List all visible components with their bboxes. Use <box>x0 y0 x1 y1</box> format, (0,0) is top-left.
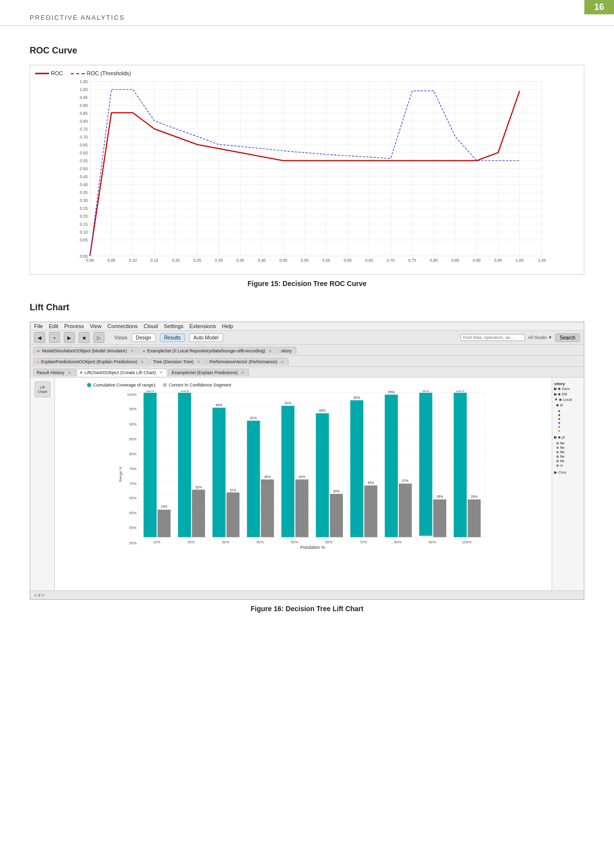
svg-text:1.00: 1.00 <box>516 258 523 263</box>
app-main-content: LiftChart Cumulative Coverage of range1 … <box>30 378 584 590</box>
svg-text:96%: 96% <box>423 390 429 392</box>
svg-text:80%: 80% <box>394 540 402 544</box>
svg-text:0.15: 0.15 <box>150 258 158 263</box>
bar-seg-70 <box>364 485 377 537</box>
lift-figure-caption: Figure 16: Decision Tree Lift Chart <box>30 605 584 613</box>
toolbar-tab-automodel[interactable]: Auto Model <box>189 334 223 342</box>
tab-explain-pred[interactable]: ● ExplainPredictionsIOObject (Explain Pr… <box>33 358 148 365</box>
menu-cloud[interactable]: Cloud <box>143 323 158 329</box>
app-menubar: File Edit Process View Connections Cloud… <box>30 322 584 331</box>
svg-text:0.90: 0.90 <box>80 103 88 108</box>
sidebar-file-3: ⊕ file <box>556 450 582 454</box>
svg-text:70%: 70% <box>129 482 137 486</box>
bar-cum-50 <box>282 406 294 537</box>
toolbar-search-input[interactable] <box>461 334 525 341</box>
tab-lift-label: LiftChartIOObject (Create Lift Chart) <box>85 370 156 375</box>
tab-model-sim-close[interactable]: ✕ <box>131 349 134 353</box>
svg-text:10%: 10% <box>153 540 160 544</box>
menu-connections[interactable]: Connections <box>107 323 138 329</box>
sidebar-right-sitory: sitory <box>554 382 582 386</box>
toolbar-file-btn[interactable]: ▪ <box>49 332 60 343</box>
tab-perf-label: PerformanceVector (Performance) <box>209 359 277 364</box>
bar-cum-30 <box>212 408 225 537</box>
toolbar-search-button[interactable]: Search <box>555 334 580 342</box>
tab-perf-close[interactable]: ✕ <box>281 360 284 364</box>
svg-text:100%: 100% <box>146 390 154 392</box>
bar-seg-30 <box>227 492 239 537</box>
svg-text:0.65: 0.65 <box>365 258 373 263</box>
toolbar-views-label: Views <box>114 335 128 340</box>
svg-text:0.80: 0.80 <box>80 119 88 124</box>
tab-tree[interactable]: Tree (Decision Tree) ✕ <box>149 358 205 365</box>
lift-chart-area: Cumulative Coverage of range1 Correct In… <box>55 378 552 590</box>
bar-seg-10 <box>157 510 170 537</box>
tab-tree-label: Tree (Decision Tree) <box>153 359 193 364</box>
svg-text:26%: 26% <box>471 495 477 498</box>
statusbar-left[interactable]: < II > <box>34 593 45 598</box>
menu-extensions[interactable]: Extensions <box>189 323 216 329</box>
svg-text:0.60: 0.60 <box>344 258 352 263</box>
colored-bar-6: ■ <box>558 429 582 433</box>
tab-exampleset[interactable]: ● ExampleSet (//.Local Repository/data/l… <box>140 347 277 354</box>
app-statusbar: < II > <box>30 590 584 599</box>
tab-sitory[interactable]: sitory <box>278 347 296 354</box>
roc-chart-svg-wrap: 1.05 1.00 0.95 0.90 0.85 0.80 0.75 0.70 … <box>35 79 579 269</box>
lift-chart-icon-btn[interactable]: LiftChart <box>35 382 50 397</box>
roc-legend: ROC ROC (Thresholds) <box>35 70 579 76</box>
toolbar-stop-btn[interactable]: ■ <box>79 332 90 343</box>
svg-text:85%: 85% <box>129 437 137 441</box>
tab-exset-explain-close[interactable]: ✕ <box>241 371 244 375</box>
tab-tree-close[interactable]: ✕ <box>197 360 200 364</box>
tab-exampleset-close[interactable]: ✕ <box>269 349 272 353</box>
sidebar-right-db: ▶ ■ DB <box>554 391 582 397</box>
svg-text:0.05: 0.05 <box>80 238 88 242</box>
menu-help[interactable]: Help <box>222 323 234 329</box>
svg-text:0.00: 0.00 <box>86 258 94 263</box>
toolbar-play-btn[interactable]: ▶ <box>64 332 75 343</box>
menu-process[interactable]: Process <box>64 323 84 329</box>
menu-settings[interactable]: Settings <box>164 323 184 329</box>
cumulative-label: Cumulative Coverage of range1 <box>93 383 156 387</box>
svg-text:0.30: 0.30 <box>80 198 88 203</box>
tab-result-history-close[interactable]: ✕ <box>68 371 71 375</box>
svg-text:0.25: 0.25 <box>193 258 201 263</box>
svg-text:90%: 90% <box>129 422 137 427</box>
svg-text:0.95: 0.95 <box>494 258 502 263</box>
tab-lift-close[interactable]: ✕ <box>159 370 163 375</box>
svg-text:1.00: 1.00 <box>80 88 88 92</box>
toolbar-step-btn[interactable]: ▷ <box>94 332 104 343</box>
sidebar-file-1: ⊕ file <box>556 441 582 445</box>
tab-perf-vector[interactable]: PerformanceVector (Performance) ✕ <box>206 358 288 365</box>
svg-text:20%: 20% <box>188 540 195 544</box>
tab-result-history[interactable]: Result History ✕ <box>33 369 76 376</box>
tab-exset-explain[interactable]: ExampleSet (Explain Predictions) ✕ <box>168 369 249 376</box>
svg-text:0.50: 0.50 <box>301 258 309 263</box>
svg-text:0.40: 0.40 <box>258 258 266 263</box>
toolbar-tab-results[interactable]: Results <box>160 334 185 342</box>
svg-text:60%: 60% <box>129 511 137 515</box>
svg-text:100%: 100% <box>181 390 189 392</box>
tab-lift-chart[interactable]: ■ LiftChartIOObject (Create Lift Chart) … <box>77 369 167 377</box>
sidebar-right-pl: ▶ ■ pl <box>554 434 582 440</box>
bar-seg-80 <box>399 483 412 537</box>
svg-text:95%: 95% <box>129 407 137 411</box>
legend-roc-thresholds: ROC (Thresholds) <box>71 70 131 76</box>
svg-text:26%: 26% <box>436 495 443 498</box>
toolbar-tab-design[interactable]: Design <box>132 334 156 342</box>
svg-text:0.45: 0.45 <box>280 258 287 263</box>
svg-text:65%: 65% <box>129 496 137 500</box>
bar-seg-20 <box>192 489 205 537</box>
cumulative-dot <box>87 383 91 387</box>
menu-edit[interactable]: Edit <box>49 323 58 329</box>
menu-view[interactable]: View <box>90 323 101 329</box>
tab-model-simulator[interactable]: ⇄ ModelSimulatorIOObject (Model Simulato… <box>33 347 139 354</box>
sidebar-right-di: ■ di <box>554 402 582 408</box>
svg-text:50%: 50% <box>129 541 137 545</box>
svg-text:0.10: 0.10 <box>129 258 137 263</box>
segment-dot <box>163 383 167 387</box>
tab-explain-close[interactable]: ✕ <box>141 360 144 364</box>
menu-file[interactable]: File <box>34 323 43 329</box>
sidebar-file-5: ⊕ file <box>556 459 582 463</box>
toolbar-back-btn[interactable]: ◀ <box>34 332 45 343</box>
tab-explain-icon: ● <box>37 360 39 364</box>
